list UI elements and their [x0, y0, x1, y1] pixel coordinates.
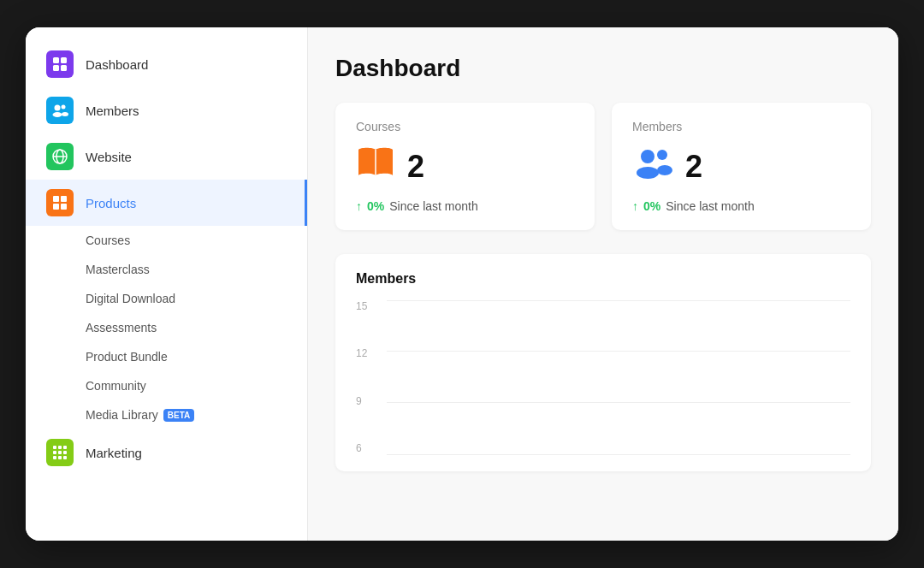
website-icon [46, 143, 74, 170]
y-label-15: 15 [356, 300, 367, 312]
members-footer: ↑ 0% Since last month [632, 199, 850, 213]
stat-cards: Courses 2 ↑ 0% Since last month [335, 103, 871, 230]
svg-point-4 [55, 105, 61, 111]
app-container: Dashboard Members [26, 27, 898, 541]
svg-rect-17 [63, 446, 67, 449]
chart-y-labels: 15 12 9 6 [356, 300, 367, 454]
courses-card-label: Courses [356, 120, 574, 133]
svg-rect-15 [53, 446, 56, 449]
svg-rect-14 [61, 204, 67, 210]
sub-item-masterclass[interactable]: Masterclass [26, 255, 307, 284]
svg-point-5 [53, 112, 62, 117]
svg-point-26 [637, 167, 659, 179]
y-label-12: 12 [356, 347, 367, 359]
svg-rect-13 [53, 204, 59, 210]
main-content: Dashboard Courses 2 ↑ 0% [308, 27, 898, 541]
members-since-label: Since last month [666, 199, 755, 213]
courses-value-row: 2 [356, 145, 574, 187]
sidebar-item-marketing[interactable]: Marketing [26, 429, 307, 476]
dashboard-icon [46, 50, 74, 78]
sidebar-item-label-members: Members [86, 104, 139, 118]
y-label-9: 9 [356, 395, 367, 407]
svg-rect-19 [58, 451, 62, 454]
members-arrow-icon: ↑ [632, 199, 638, 213]
svg-rect-12 [61, 196, 67, 202]
sidebar-item-products[interactable]: Products [26, 180, 307, 226]
svg-rect-22 [58, 456, 62, 459]
svg-rect-16 [58, 446, 62, 449]
sub-item-product-bundle[interactable]: Product Bundle [26, 342, 307, 371]
sidebar-item-label-products: Products [86, 196, 136, 210]
svg-rect-2 [53, 65, 59, 71]
sub-item-digital-download[interactable]: Digital Download [26, 284, 307, 313]
sidebar-item-label-dashboard: Dashboard [86, 57, 148, 72]
members-count: 2 [685, 149, 702, 185]
svg-point-27 [657, 150, 667, 160]
grid-line-6 [387, 454, 850, 455]
products-sub-menu: Courses Masterclass Digital Download Ass… [26, 226, 307, 429]
svg-rect-11 [53, 196, 59, 202]
sub-item-courses[interactable]: Courses [26, 226, 307, 255]
svg-point-6 [62, 105, 66, 109]
svg-rect-21 [53, 456, 56, 459]
svg-rect-23 [63, 456, 67, 459]
svg-rect-0 [53, 57, 59, 63]
members-percent: 0% [643, 199, 660, 213]
members-icon [46, 97, 74, 124]
courses-arrow-icon: ↑ [356, 199, 362, 213]
grid-line-15 [387, 300, 850, 301]
courses-stat-card: Courses 2 ↑ 0% Since last month [335, 103, 595, 230]
y-label-6: 6 [356, 442, 367, 454]
svg-rect-3 [61, 65, 67, 71]
sidebar-item-label-marketing: Marketing [86, 446, 142, 460]
chart-title: Members [356, 271, 850, 287]
sub-item-media-library[interactable]: Media Library BETA [26, 400, 307, 429]
courses-since-label: Since last month [389, 199, 478, 213]
svg-rect-18 [53, 451, 56, 454]
members-card-label: Members [632, 120, 850, 133]
grid-line-12 [387, 351, 850, 352]
sub-item-assessments[interactable]: Assessments [26, 313, 307, 342]
svg-point-25 [641, 150, 654, 163]
sub-item-community[interactable]: Community [26, 371, 307, 400]
page-title: Dashboard [335, 55, 871, 82]
svg-rect-20 [63, 451, 67, 454]
members-stat-card: Members 2 ↑ 0% Since last [612, 103, 871, 230]
svg-rect-1 [61, 57, 67, 63]
beta-badge: BETA [163, 409, 194, 422]
marketing-icon [46, 439, 74, 466]
sidebar-item-label-website: Website [86, 150, 132, 164]
courses-footer: ↑ 0% Since last month [356, 199, 574, 213]
svg-point-28 [657, 165, 672, 175]
sidebar: Dashboard Members [26, 27, 308, 541]
members-people-icon [632, 145, 673, 187]
chart-area: 15 12 9 6 [356, 300, 850, 454]
svg-point-7 [62, 112, 68, 116]
sidebar-item-website[interactable]: Website [26, 133, 307, 180]
products-icon [46, 189, 74, 216]
members-value-row: 2 [632, 145, 850, 187]
grid-line-9 [387, 402, 850, 403]
courses-book-icon [356, 145, 395, 187]
members-chart-section: Members 15 12 9 6 [335, 254, 871, 471]
sidebar-item-members[interactable]: Members [26, 87, 307, 133]
courses-count: 2 [407, 149, 424, 185]
sidebar-item-dashboard[interactable]: Dashboard [26, 41, 307, 87]
courses-percent: 0% [367, 199, 384, 213]
